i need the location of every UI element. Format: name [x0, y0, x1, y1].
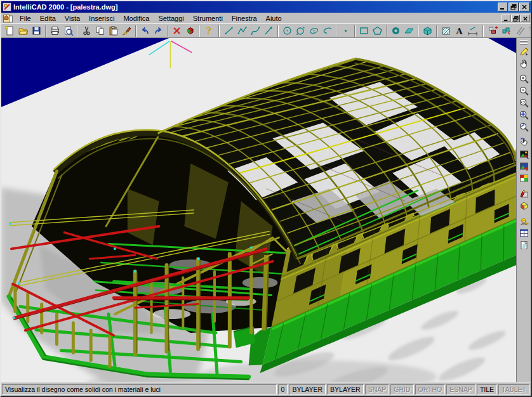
new-icon[interactable] — [3, 25, 17, 37]
plane-icon[interactable] — [402, 25, 416, 37]
status-toggle-0[interactable]: 0 — [278, 384, 288, 394]
delete-icon[interactable] — [170, 25, 183, 37]
menu-vista[interactable]: Vista — [60, 14, 84, 23]
redo-icon[interactable] — [152, 25, 165, 37]
array-icon[interactable] — [526, 25, 531, 37]
menu-file[interactable]: File — [15, 14, 36, 23]
paper-space-icon[interactable] — [517, 239, 530, 251]
toolbar-separator — [418, 25, 419, 37]
circle-tangent-icon[interactable] — [294, 25, 307, 37]
zoom-previous-icon[interactable] — [517, 121, 530, 133]
menu-strumenti[interactable]: Strumenti — [189, 14, 227, 23]
child-close-button[interactable] — [521, 15, 529, 22]
print-preview-icon[interactable] — [62, 25, 75, 37]
workspace — [1, 38, 531, 382]
minimize-button[interactable] — [498, 3, 508, 11]
box3d-icon[interactable] — [421, 25, 434, 37]
line-icon[interactable] — [222, 25, 236, 37]
help-icon[interactable]: ? — [202, 25, 215, 37]
menu-settaggi[interactable]: Settaggi — [154, 14, 188, 23]
svg-text:A: A — [455, 27, 463, 36]
rectangle-icon[interactable] — [357, 25, 371, 37]
restore-button[interactable] — [509, 3, 519, 11]
ellipse-icon[interactable] — [307, 25, 321, 37]
edit-pencil-icon[interactable] — [517, 46, 530, 58]
child-minimize-button[interactable] — [502, 15, 510, 22]
zoom-in-icon[interactable] — [517, 73, 530, 85]
menu-edita[interactable]: Edita — [36, 14, 60, 23]
toolbar-separator — [482, 25, 484, 37]
viewports-icon[interactable] — [517, 227, 530, 239]
polyline-icon[interactable] — [236, 25, 249, 37]
polygon-icon[interactable] — [371, 25, 384, 37]
toolbar-separator — [354, 25, 356, 37]
intellicad-app-icon[interactable] — [3, 3, 11, 11]
copy-object-icon[interactable] — [486, 25, 500, 37]
title-bar: IntelliCAD 2000 - [palestra.dwg] — [1, 1, 531, 13]
text-icon[interactable]: A — [453, 25, 466, 37]
toolbar-separator — [45, 25, 46, 37]
status-toggle-grid[interactable]: GRID — [390, 384, 413, 394]
toolbar-grip[interactable] — [520, 40, 528, 42]
save-icon[interactable] — [30, 25, 43, 37]
menu-aiuto[interactable]: Aiuto — [262, 14, 286, 23]
select-hand-icon[interactable] — [517, 136, 530, 148]
cut-icon[interactable] — [80, 25, 93, 37]
undo-icon[interactable] — [138, 25, 152, 37]
status-toggle-esnap[interactable]: ESNAP — [446, 384, 475, 394]
donut-icon[interactable] — [389, 25, 402, 37]
hatch-icon[interactable] — [439, 25, 453, 37]
svg-text:?: ? — [206, 26, 211, 36]
toolbar-separator — [386, 25, 387, 37]
copy-icon[interactable] — [93, 25, 107, 37]
print-icon[interactable] — [48, 25, 62, 37]
paste-icon[interactable] — [107, 25, 120, 37]
zoom-extents-icon[interactable] — [517, 109, 530, 121]
spline-icon[interactable] — [249, 25, 262, 37]
menu-inserisci[interactable]: Inserisci — [84, 14, 119, 23]
shade-2d-icon[interactable] — [517, 148, 530, 160]
views-cube-icon[interactable] — [517, 200, 530, 212]
zoom-window-icon[interactable] — [517, 97, 530, 109]
toolbar-separator — [199, 25, 200, 37]
status-toggle-snap[interactable]: SNAP — [365, 384, 390, 394]
menu-modifica[interactable]: Modifica — [119, 14, 154, 23]
render-colors-icon[interactable] — [183, 25, 197, 37]
edit-red-icon[interactable] — [517, 188, 530, 200]
drawing-canvas[interactable] — [1, 38, 517, 382]
shade-3d-icon[interactable] — [517, 160, 530, 172]
child-restore-button[interactable] — [511, 15, 520, 22]
offset-icon[interactable] — [513, 25, 526, 37]
application-window: IntelliCAD 2000 - [palestra.dwg] FileEdi… — [0, 0, 532, 397]
status-toggle-tile[interactable]: TILE — [477, 384, 497, 394]
close-button[interactable] — [519, 3, 529, 11]
explode-icon[interactable] — [500, 25, 513, 37]
point-icon[interactable] — [339, 25, 352, 37]
toolbar-separator — [135, 25, 136, 37]
toolbar-separator — [336, 25, 337, 37]
status-toggle-ortho[interactable]: ORTHO — [415, 384, 446, 394]
status-message: Visualizza il disegno come solidi con i … — [2, 384, 277, 394]
circle-center-icon[interactable] — [281, 25, 294, 37]
format-brush-icon[interactable] — [120, 25, 133, 37]
zoom-out-icon[interactable] — [517, 85, 530, 97]
toolbar-separator — [436, 25, 437, 37]
status-toggle-tablet[interactable]: TABLET — [498, 384, 529, 394]
menu-finestra[interactable]: Finestra — [227, 14, 262, 23]
freehand-icon[interactable] — [262, 25, 276, 37]
status-bar: Visualizza il disegno come solidi con i … — [1, 382, 531, 396]
shade-render-icon[interactable] — [517, 172, 530, 185]
drawing-document-icon[interactable] — [3, 14, 13, 23]
pan-hand-icon[interactable] — [517, 58, 530, 70]
ellipse-arc-icon[interactable] — [321, 25, 334, 37]
dimension-icon[interactable] — [466, 25, 479, 37]
status-toggle-bylayer[interactable]: BYLAYER — [289, 384, 326, 394]
menu-bar: FileEditaVistaInserisciModificaSettaggiS… — [1, 13, 531, 23]
toolbar-separator — [167, 25, 168, 37]
view-toolbar — [517, 38, 531, 382]
toolbar-grip[interactable] — [520, 43, 528, 45]
status-toggle-bylayer[interactable]: BYLAYER — [327, 384, 364, 394]
open-icon[interactable] — [17, 25, 30, 37]
main-toolbar: ?A — [1, 23, 531, 38]
render-pref-icon[interactable] — [517, 215, 530, 227]
